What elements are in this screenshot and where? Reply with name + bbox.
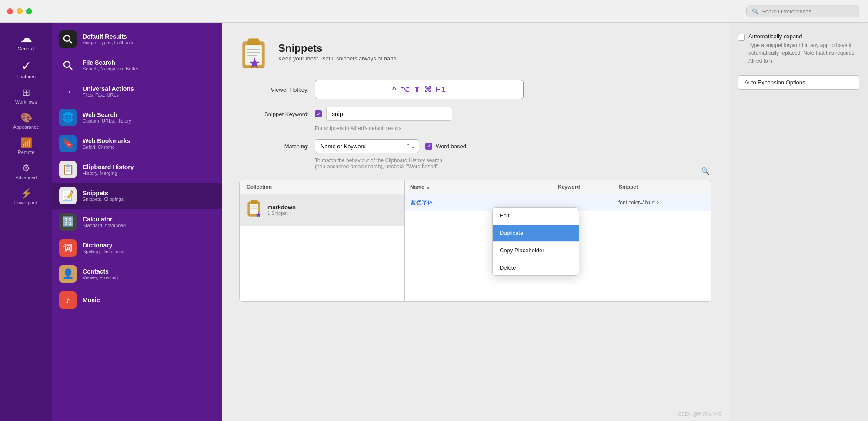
svg-rect-13 <box>251 200 257 204</box>
context-menu-edit[interactable]: Edit... <box>493 208 579 223</box>
nav-item-snippets-title: Snippets <box>83 190 124 197</box>
nav-item-clipboard-history[interactable]: 📋 Clipboard History History, Merging <box>52 157 222 183</box>
sidebar-item-features[interactable]: ✓ Features <box>0 56 52 84</box>
word-based-row: Word based <box>425 143 466 150</box>
word-based-label: Word based <box>436 143 466 150</box>
nav-icon-snippets: 📝 <box>59 187 77 204</box>
sidebar-item-appearance[interactable]: 🎨 Appearance <box>0 109 52 134</box>
sidebar-item-remote-label: Remote <box>18 150 35 155</box>
search-icon: 🔍 <box>752 8 759 14</box>
nav-icon-clipboard-history: 📋 <box>59 161 77 178</box>
snippets-header: ★ Snippets Keep your most useful snippet… <box>239 37 711 67</box>
nav-item-snippets[interactable]: 📝 Snippets Snippets, Clippings <box>52 183 222 209</box>
main-content: ★ Snippets Keep your most useful snippet… <box>222 23 729 421</box>
nav-item-dictionary[interactable]: 词 Dictionary Spelling, Definitions <box>52 235 222 261</box>
nav-item-universal-actions[interactable]: → Universal Actions Files, Text, URLs <box>52 78 222 104</box>
nav-item-web-search[interactable]: 🌐 Web Search Custom, URLs, History <box>52 104 222 130</box>
sidebar-item-advanced[interactable]: ⚙ Advanced <box>0 159 52 184</box>
nav-item-file-search[interactable]: File Search Search, Navigation, Buffer <box>52 52 222 78</box>
sidebar-item-remote[interactable]: 📶 Remote <box>0 134 52 159</box>
nav-item-clipboard-history-text: Clipboard History History, Merging <box>83 164 134 176</box>
nav-item-universal-actions-title: Universal Actions <box>83 85 134 92</box>
nav-item-music[interactable]: ♪ Music <box>52 287 222 313</box>
snippets-table-area: Collection ★ <box>239 180 711 302</box>
nav-item-file-search-title: File Search <box>83 59 138 66</box>
svg-text:★: ★ <box>255 210 262 217</box>
auto-expansion-options-button[interactable]: Auto Expansion Options <box>738 75 859 90</box>
table-search-icon[interactable]: 🔍 <box>701 167 710 175</box>
settings-grid: Viewer Hotkey: ^ ⌥ ⇧ ⌘ F1 Snippet Keywor… <box>239 80 711 170</box>
wifi-icon: 📶 <box>20 138 32 148</box>
nav-item-default-results-subtitle: Scope, Types, Fallbacks <box>83 40 134 45</box>
nav-item-contacts-subtitle: Viewer, Emailing <box>83 275 118 280</box>
viewer-hotkey-row: Viewer Hotkey: ^ ⌥ ⇧ ⌘ F1 <box>239 80 711 99</box>
matching-label: Matching: <box>239 143 309 150</box>
nav-item-universal-actions-subtitle: Files, Text, URLs <box>83 92 134 97</box>
nav-item-universal-actions-text: Universal Actions Files, Text, URLs <box>83 85 134 97</box>
cell-name: 蓝色字体 <box>411 199 558 207</box>
collection-item-markdown-name: markdown <box>267 204 296 210</box>
cell-name-text: 蓝色字体 <box>411 199 433 206</box>
word-based-checkbox[interactable] <box>425 143 432 150</box>
matching-hint-line1: To match the behaviour of the Clipboard … <box>315 157 442 164</box>
svg-line-3 <box>69 67 72 70</box>
nav-item-web-search-title: Web Search <box>83 111 131 118</box>
sidebar-item-general[interactable]: ☁ General <box>0 28 52 56</box>
search-bar[interactable]: 🔍 <box>746 5 859 17</box>
collection-item-markdown[interactable]: ★ markdown 1 Snippet <box>240 194 404 226</box>
nav-item-clipboard-history-subtitle: History, Merging <box>83 170 134 176</box>
nav-item-calculator[interactable]: 🔢 Calculator Standard, Advanced <box>52 209 222 235</box>
nav-item-file-search-text: File Search Search, Navigation, Buffer <box>83 59 138 71</box>
svg-text:★: ★ <box>248 55 261 69</box>
svg-line-1 <box>69 40 72 43</box>
lightning-icon: ⚡ <box>20 189 32 198</box>
nav-item-music-text: Music <box>83 297 100 304</box>
viewer-hotkey-input[interactable]: ^ ⌥ ⇧ ⌘ F1 <box>315 80 524 99</box>
sidebar-item-advanced-label: Advanced <box>16 175 37 180</box>
traffic-lights <box>7 8 32 14</box>
nav-item-clipboard-history-title: Clipboard History <box>83 164 134 170</box>
collection-panel: Collection ★ <box>240 180 405 301</box>
nav-icon-calculator: 🔢 <box>59 213 77 231</box>
collection-header: Collection <box>240 180 404 194</box>
nav-icon-music: ♪ <box>59 291 77 309</box>
nav-icon-web-search: 🌐 <box>59 109 77 126</box>
snippets-title: Snippets <box>278 42 398 54</box>
matching-dropdown[interactable]: Name or Keyword Name Keyword <box>315 139 419 153</box>
snippets-title-area: Snippets Keep your most useful snippets … <box>278 42 398 62</box>
context-menu-delete[interactable]: Delete <box>493 260 579 275</box>
nav-item-contacts[interactable]: 👤 Contacts Viewer, Emailing <box>52 261 222 287</box>
matching-hint: To match the behaviour of the Clipboard … <box>315 157 532 170</box>
column-header-name[interactable]: Name ▲ <box>410 184 558 190</box>
sidebar-item-powerpack[interactable]: ⚡ Powerpack <box>0 184 52 210</box>
nav-item-snippets-subtitle: Snippets, Clippings <box>83 197 124 202</box>
context-menu-copy-placeholder[interactable]: Copy Placeholder <box>493 243 579 258</box>
svg-point-2 <box>64 61 70 67</box>
context-menu-divider-3 <box>493 259 579 259</box>
collection-item-markdown-count: 1 Snippet <box>267 210 296 216</box>
check-icon: ✓ <box>21 60 31 72</box>
sidebar-item-general-label: General <box>17 46 34 51</box>
close-button[interactable] <box>7 8 13 14</box>
titlebar: 🔍 <box>0 0 868 23</box>
auto-expand-checkbox[interactable] <box>738 34 745 41</box>
table-row[interactable]: 蓝色字体 font color="blue"> Edit... Duplicat… <box>405 194 711 211</box>
minimize-button[interactable] <box>17 8 23 14</box>
auto-expand-desc: Type a snippet keyword in any app to hav… <box>748 41 859 65</box>
nav-item-default-results[interactable]: Default Results Scope, Types, Fallbacks <box>52 26 222 52</box>
nav-item-web-search-text: Web Search Custom, URLs, History <box>83 111 131 124</box>
snippet-keyword-field[interactable] <box>326 107 452 121</box>
maximize-button[interactable] <box>26 8 32 14</box>
snippet-keyword-label: Snippet Keyword: <box>239 111 309 117</box>
column-header-snippet[interactable]: Snippet <box>619 184 706 190</box>
column-header-keyword[interactable]: Keyword <box>558 184 619 190</box>
nav-item-web-bookmarks-title: Web Bookmarks <box>83 137 130 144</box>
right-panel: Automatically expand Type a snippet keyw… <box>729 23 868 421</box>
sidebar-item-workflows[interactable]: ⊞ Workflows <box>0 84 52 109</box>
sort-icon: ▲ <box>426 185 431 190</box>
snippet-keyword-checkbox[interactable] <box>315 110 322 117</box>
search-input[interactable] <box>761 8 854 14</box>
context-menu-duplicate[interactable]: Duplicate <box>493 225 579 241</box>
nav-item-web-bookmarks-subtitle: Safari, Chrome <box>83 144 130 150</box>
nav-item-web-bookmarks[interactable]: 🔖 Web Bookmarks Safari, Chrome <box>52 130 222 157</box>
